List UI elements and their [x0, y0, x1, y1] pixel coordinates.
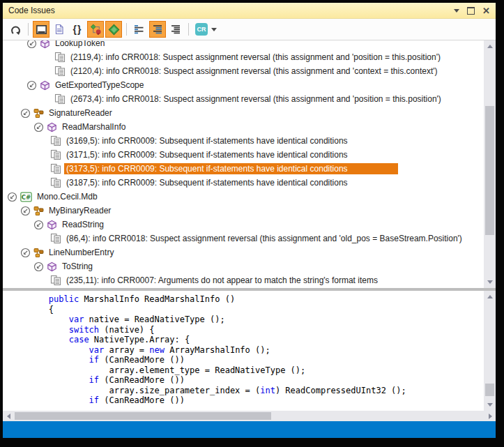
class-icon [33, 108, 44, 119]
method-node-row[interactable]: LookupToken [3, 40, 484, 50]
code-vertical-scrollbar[interactable] [484, 291, 496, 411]
collapse-node-icon[interactable] [26, 40, 37, 49]
method-node-row[interactable]: ReadMarshalInfo [3, 120, 484, 134]
horizontal-scrollbar[interactable] [3, 411, 496, 421]
issue-icon [50, 163, 61, 174]
row-label: (3187,5): info CRR0009: Subsequent if-st… [64, 177, 350, 188]
collapse-node-icon[interactable] [7, 192, 17, 202]
diagram-icon [90, 24, 102, 36]
scroll-right-icon[interactable] [484, 411, 496, 421]
method-icon [47, 262, 57, 272]
issue-icon [54, 52, 66, 63]
code-line: array.element_type = ReadNativeType (); [8, 365, 482, 376]
method-node-row[interactable]: GetExportedTypeScope [3, 78, 484, 92]
group-outline-button[interactable] [131, 21, 148, 38]
issue-icon [54, 66, 66, 77]
code-line: if (CanReadMore ()) [8, 355, 482, 365]
group-indent-button[interactable] [167, 21, 184, 38]
svg-text:C#: C# [22, 193, 31, 200]
method-icon [40, 40, 50, 49]
method-icon [47, 220, 57, 230]
issue-row[interactable]: (235,11): info CRR0007: Arguments do not… [3, 273, 484, 287]
scroll-down-icon[interactable] [484, 399, 496, 411]
code-line: { [8, 305, 482, 315]
toolbar: {}CR [3, 19, 496, 40]
issue-row[interactable]: (3173,5): info CRR0009: Subsequent if-st… [3, 162, 484, 176]
issue-row[interactable]: (2120,4): info CRR0018: Suspect assignme… [3, 64, 484, 78]
row-label: ReadMarshalInfo [60, 121, 128, 132]
issue-row[interactable]: (86,4): info CRR0018: Suspect assignment… [3, 232, 484, 245]
tree-scrollbar-thumb[interactable] [485, 106, 494, 235]
row-label: (3169,5): info CRR0009: Subsequent if-st… [64, 135, 350, 146]
collapse-node-icon[interactable] [20, 108, 31, 119]
row-label: ReadString [60, 219, 106, 230]
issue-icon [50, 275, 61, 286]
row-label: LineNumberEntry [47, 247, 116, 258]
collapse-node-icon[interactable] [33, 262, 44, 272]
code-line: if (CanReadMore ()) [8, 395, 482, 406]
coderush-icon: CR [195, 23, 208, 36]
braces-view-button[interactable]: {} [69, 21, 86, 38]
scroll-left-icon[interactable] [3, 411, 14, 421]
row-label: ToString [60, 261, 95, 272]
collapse-node-icon[interactable] [33, 122, 44, 132]
collapse-node-icon[interactable] [33, 220, 44, 230]
class-node-row[interactable]: SignatureReader [3, 106, 484, 120]
titlebar-buttons: ✕ [454, 6, 490, 15]
group-indent-highlight-button[interactable] [149, 21, 166, 38]
method-icon [47, 122, 57, 132]
code-line: public MarshalInfo ReadMarshalInfo () [8, 294, 482, 305]
selected-row-label: (3173,5): info CRR0009: Subsequent if-st… [64, 163, 398, 174]
code-text: public MarshalInfo ReadMarshalInfo () { … [8, 294, 482, 406]
issues-tree: LookupToken(2119,4): info CRR0018: Suspe… [3, 40, 496, 288]
issue-icon [50, 177, 61, 188]
issue-row[interactable]: (3169,5): info CRR0009: Subsequent if-st… [3, 134, 484, 148]
tree-vertical-scrollbar[interactable] [484, 40, 496, 288]
code-line: if (CanReadMore ()) [8, 375, 482, 386]
issue-row[interactable]: (3171,5): info CRR0009: Subsequent if-st… [3, 148, 484, 162]
refresh-button[interactable] [7, 21, 24, 38]
code-line: var array = new ArrayMarshalInfo (); [8, 345, 482, 356]
scroll-up-icon[interactable] [484, 291, 496, 303]
coderush-menu-button[interactable]: CR [193, 21, 219, 38]
collapse-node-icon[interactable] [20, 248, 31, 258]
scroll-down-icon[interactable] [484, 276, 496, 288]
method-node-row[interactable]: ToString [3, 259, 484, 273]
collapse-node-icon[interactable] [20, 206, 31, 216]
code-preview-pane: public MarshalInfo ReadMarshalInfo () { … [3, 291, 496, 411]
row-label: GetExportedTypeScope [53, 79, 146, 91]
issue-icon [50, 149, 61, 160]
braces-icon: {} [73, 24, 82, 35]
project-icon: C# [20, 192, 32, 202]
issue-row[interactable]: (3187,5): info CRR0009: Subsequent if-st… [3, 176, 484, 190]
row-label: Mono.Cecil.Mdb [35, 191, 100, 202]
code-scrollbar-thumb[interactable] [485, 384, 494, 396]
class-node-row[interactable]: LineNumberEntry [3, 245, 484, 259]
issue-row[interactable]: (2673,4): info CRR0018: Suspect assignme… [3, 92, 484, 106]
list-right-icon [152, 24, 163, 35]
row-label: (2119,4): info CRR0018: Suspect assignme… [68, 52, 443, 63]
marker-diamond-toggle[interactable] [105, 21, 122, 38]
close-icon[interactable]: ✕ [482, 6, 490, 15]
document-view-button[interactable] [51, 21, 68, 38]
maximize-icon[interactable] [467, 7, 475, 15]
diamond-icon [108, 24, 120, 36]
issue-icon [50, 135, 61, 146]
scroll-up-icon[interactable] [484, 40, 496, 52]
issue-row[interactable]: (2119,4): info CRR0018: Suspect assignme… [3, 50, 484, 64]
method-node-row[interactable]: ReadString [3, 218, 484, 232]
class-icon [33, 248, 44, 258]
project-node-row[interactable]: C#Mono.Cecil.Mdb [3, 190, 484, 204]
class-node-row[interactable]: MyBinaryReader [3, 204, 484, 218]
code-line: case NativeType.Array: { [8, 335, 482, 345]
toolbar-separator [126, 23, 127, 36]
diagram-view-toggle[interactable] [87, 21, 104, 38]
collapse-node-icon[interactable] [26, 80, 37, 91]
code-issues-tool-window: Code Issues ✕ {}CR LookupToken(2119,4): … [3, 3, 496, 438]
method-icon [40, 80, 50, 91]
list-left-icon [134, 24, 145, 35]
window-position-menu-icon[interactable] [454, 9, 459, 13]
dropdown-caret-icon [211, 28, 217, 31]
preview-pane-toggle[interactable] [33, 21, 49, 38]
horizontal-scrollbar-thumb[interactable] [15, 412, 271, 420]
